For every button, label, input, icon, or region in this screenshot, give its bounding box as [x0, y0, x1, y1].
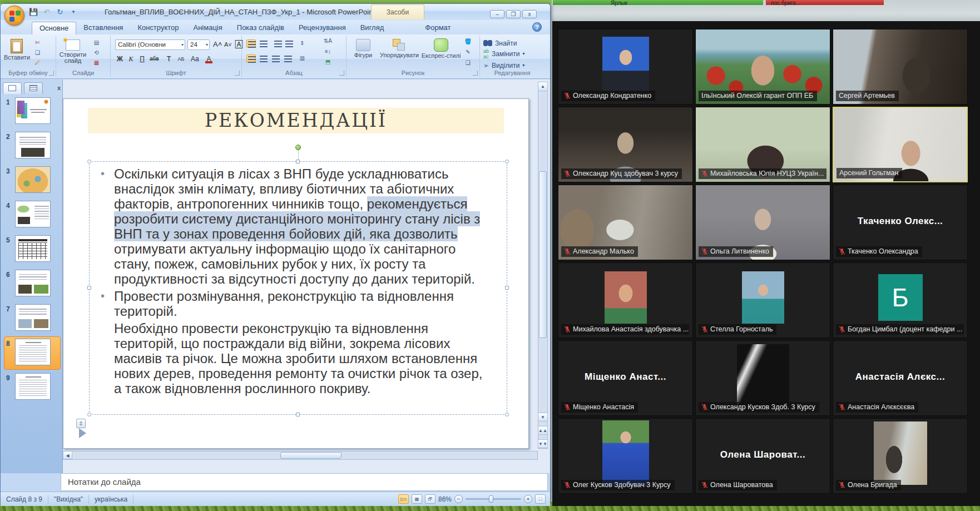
delete-slide-icon[interactable]: ▦ — [92, 59, 101, 67]
participant-tile-mykhailovska[interactable]: Михайловська Юлія НУЦЗ Україн... — [695, 107, 830, 182]
scrollbar-thumb[interactable] — [280, 452, 341, 459]
strikethrough-button[interactable]: абв — [149, 54, 160, 64]
cut-icon[interactable]: ✄ — [33, 39, 42, 47]
copy-icon[interactable]: ❏ — [33, 49, 42, 57]
resize-handle-se[interactable] — [505, 413, 509, 416]
slide-canvas[interactable]: РЕКОМЕНДАЦІЇ • Оскільки ситуація в лісах… — [63, 98, 529, 449]
redo-icon[interactable]: ↻ — [55, 7, 65, 17]
participant-tile-artemiev[interactable]: Сергей Артемьев — [833, 29, 968, 105]
scroll-down-icon[interactable]: ▼ — [538, 413, 547, 421]
font-name-combobox[interactable]: Calibri (Основни▾ — [115, 39, 185, 50]
dialog-launcher-icon[interactable] — [49, 71, 54, 76]
slide-body-text[interactable]: • Оскільки ситуація в лісах з ВНП буде у… — [97, 166, 487, 398]
save-icon[interactable]: 💾 — [28, 7, 38, 17]
format-painter-icon[interactable]: 🖉 — [33, 59, 42, 67]
desktop-icon-label[interactable]: Ярлык — [611, 0, 627, 6]
slide-title[interactable]: РЕКОМЕНДАЦІЇ — [88, 108, 504, 133]
text-shadow-button[interactable]: Т — [164, 54, 174, 64]
convert-smartart-button[interactable]: ⬒ — [323, 58, 333, 67]
slide-thumbnail-2[interactable]: 2 — [1, 131, 63, 165]
slide-thumbnail-image[interactable] — [15, 235, 51, 262]
qat-customize-icon[interactable]: ▾ — [68, 7, 78, 17]
tab-animatsiia[interactable]: Анімація — [186, 22, 230, 34]
participant-tile-alekseeva[interactable]: Анастасія Алєкс...Анастасія Алєксєєва — [833, 340, 968, 416]
italic-button[interactable]: К — [126, 54, 136, 64]
participant-tile-oleh[interactable]: Олег Кусков Здобувач 3 Курсу — [558, 418, 693, 494]
quick-styles-button[interactable]: Експрес-стилі — [421, 37, 461, 70]
fit-slide-to-window-icon[interactable]: ⛶ — [535, 494, 546, 504]
close-button[interactable]: x — [522, 10, 537, 18]
tab-outline[interactable] — [24, 82, 43, 94]
columns-button[interactable]: ▥ — [298, 54, 307, 63]
shrink-font-icon[interactable]: A˅ — [223, 40, 233, 49]
zoom-slider-knob[interactable] — [489, 495, 493, 503]
zoom-out-icon[interactable]: − — [454, 495, 463, 503]
slide-thumbnail-1[interactable]: 1 — [1, 96, 63, 131]
align-text-button[interactable]: ≡↕ — [323, 48, 333, 56]
slide-thumbnail-6[interactable]: 6 — [1, 269, 63, 303]
line-spacing-button[interactable]: ⇕ — [298, 39, 307, 48]
paste-button[interactable]: Вставити — [4, 37, 29, 70]
slide-thumbnail-5[interactable]: 5 — [1, 234, 63, 269]
dialog-launcher-icon[interactable] — [235, 71, 240, 76]
slide-thumbnail-image[interactable] — [15, 339, 51, 365]
undo-icon[interactable]: ↶ — [42, 7, 52, 17]
participant-tile-kondratenko[interactable]: Олександр Кондратенко — [558, 29, 693, 105]
resize-handle-s[interactable] — [296, 413, 300, 416]
previous-slide-icon[interactable]: ▲▲ — [538, 426, 547, 435]
participant-tile-sharovatova[interactable]: Олена Шароват...Олена Шароватова — [695, 418, 830, 494]
bold-button[interactable]: Ж — [115, 54, 125, 64]
bullets-button[interactable] — [246, 39, 256, 48]
tab-vyhliad[interactable]: Вигляд — [353, 22, 392, 34]
tab-pokaz-slaidiv[interactable]: Показ слайдів — [230, 22, 291, 34]
slide-thumbnail-image[interactable] — [15, 201, 51, 227]
arrange-button[interactable]: Упорядкувати — [379, 37, 420, 70]
underline-button[interactable]: П — [137, 54, 147, 64]
participant-tile-kuskov[interactable]: Олександр Кусков Здоб. 3 Курсу — [695, 340, 830, 416]
slide-layout-icon[interactable]: ▤ — [92, 39, 101, 47]
office-button[interactable] — [4, 6, 24, 26]
reset-slide-icon[interactable]: ⟲ — [92, 49, 101, 57]
align-center-button[interactable] — [259, 54, 268, 63]
minimize-button[interactable]: – — [490, 10, 504, 18]
scroll-up-icon[interactable]: ▲ — [538, 82, 547, 91]
slide-thumbnail-8[interactable]: 8 — [1, 338, 63, 372]
next-slide-icon[interactable]: ▼▼ — [538, 439, 547, 448]
participant-tile-bryhada[interactable]: Олена Бригада — [833, 418, 968, 494]
horizontal-scrollbar[interactable]: ◀ — [63, 451, 538, 460]
decrease-indent-icon[interactable] — [273, 39, 283, 48]
dialog-launcher-icon[interactable] — [339, 71, 344, 76]
shape-effects-icon[interactable]: ❑ — [463, 59, 473, 67]
resize-handle-sw[interactable] — [87, 413, 91, 416]
font-color-button[interactable]: А — [204, 54, 214, 64]
replace-button[interactable]: abac Замінити▾ — [483, 49, 524, 58]
find-button[interactable]: Знайти — [483, 38, 517, 48]
resize-handle-n[interactable] — [296, 160, 300, 163]
slide-thumbnail-7[interactable]: 7 — [1, 303, 63, 338]
scroll-left-icon[interactable]: ◀ — [63, 452, 72, 459]
grow-font-icon[interactable]: A˄ — [212, 40, 223, 49]
slide-thumbnail-3[interactable]: 3 — [1, 165, 63, 200]
title-bar[interactable]: Гольтман_ВПЛИВ_ВОЄННИХ_ДІЙ_НА_СТАН_ПЗФ_У… — [1, 4, 550, 20]
selected-text-box[interactable]: • Оскільки ситуація в лісах з ВНП буде у… — [89, 161, 507, 415]
zoom-in-icon[interactable]: + — [524, 495, 532, 503]
participant-tile-ilinskyi[interactable]: Ільїнський Олексій гарант ОПП ЕБ — [695, 29, 830, 105]
resize-handle-w[interactable] — [87, 286, 91, 290]
slide-thumbnail-9[interactable]: 9 — [1, 372, 63, 406]
panel-close-icon[interactable]: x — [57, 85, 61, 91]
notes-pane[interactable]: Нотатки до слайда — [61, 473, 548, 491]
shape-outline-icon[interactable]: ✎ — [463, 48, 473, 57]
tab-osnovne[interactable]: Основне — [32, 22, 76, 34]
resize-handle-e[interactable] — [505, 286, 509, 290]
dialog-launcher-icon[interactable] — [473, 71, 478, 76]
rotate-handle[interactable] — [295, 145, 301, 150]
participant-tile-tsymbal[interactable]: ББогдан Цимбал (доцент кафедри ... — [833, 262, 968, 338]
tab-vstavlennia[interactable]: Вставлення — [76, 22, 130, 34]
slideshow-view-icon[interactable]: 🗗 — [425, 494, 435, 504]
slide-thumbnail-image[interactable] — [15, 270, 51, 296]
participant-tile-lytvynenko[interactable]: Ольга Литвиненко — [695, 185, 830, 260]
vertical-scrollbar[interactable]: ▲ ▼ ▲▲ ▼▼ — [538, 82, 548, 449]
participant-tile-mykhailova[interactable]: Михайлова Анастасія здобувачка ... — [558, 262, 693, 338]
slide-thumbnail-image[interactable] — [15, 373, 51, 400]
status-language[interactable]: українська — [89, 495, 133, 504]
